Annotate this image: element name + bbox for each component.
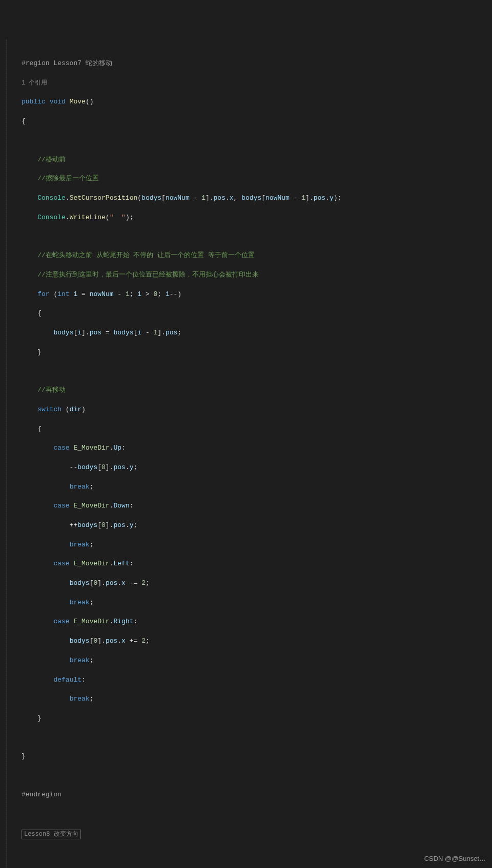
comment: //擦除最后一个位置 bbox=[37, 175, 99, 182]
keyword: break bbox=[70, 483, 90, 491]
property: pos bbox=[214, 194, 225, 202]
keyword: case bbox=[53, 444, 69, 452]
variable: bodys bbox=[141, 194, 161, 202]
enum-member: Down bbox=[113, 502, 129, 510]
method-call: WriteLine bbox=[70, 214, 106, 221]
enum-member: Right bbox=[113, 618, 133, 625]
keyword: switch bbox=[37, 406, 61, 413]
comment: //注意执行到这里时，最后一个位位置已经被擦除，不用担心会被打印出来 bbox=[37, 271, 259, 279]
string-literal: " " bbox=[110, 214, 126, 221]
property: y bbox=[130, 463, 134, 471]
keyword: for bbox=[37, 290, 49, 298]
keyword: int bbox=[57, 290, 69, 298]
type: Console bbox=[37, 214, 66, 221]
comment: //再移动 bbox=[37, 386, 66, 394]
keyword: void bbox=[50, 98, 66, 105]
keyword: public bbox=[22, 98, 46, 105]
comment: //移动前 bbox=[37, 156, 66, 163]
watermark: CSDN @@Sunset… bbox=[424, 854, 486, 864]
method-name: Move bbox=[70, 98, 86, 105]
code-editor[interactable]: #region Lesson7 蛇的移动 1 个引用 public void M… bbox=[6, 39, 492, 868]
indent-guide bbox=[6, 39, 14, 868]
variable: dir bbox=[70, 406, 81, 413]
enum-type: E_MoveDir bbox=[73, 560, 109, 567]
property: x bbox=[121, 579, 126, 587]
keyword: default bbox=[53, 676, 81, 684]
method-call: SetCursorPosition bbox=[70, 194, 138, 202]
variable: bodys bbox=[241, 194, 261, 202]
enum-type: E_MoveDir bbox=[73, 502, 109, 510]
variable: nowNum bbox=[265, 194, 290, 202]
region-directive: #region Lesson7 蛇的移动 bbox=[22, 59, 112, 67]
enum-type: E_MoveDir bbox=[73, 618, 109, 625]
endregion-directive: #endregion bbox=[22, 791, 61, 798]
enum-member: Up bbox=[113, 444, 121, 452]
enum-member: Left bbox=[113, 560, 129, 567]
type: Console bbox=[37, 194, 66, 202]
variable: i bbox=[73, 290, 77, 298]
comment: //在蛇头移动之前 从蛇尾开始 不停的 让后一个的位置 等于前一个位置 bbox=[37, 251, 255, 259]
folded-region[interactable]: Lesson8 改变方向 bbox=[22, 830, 81, 839]
variable: nowNum bbox=[166, 194, 190, 202]
codelens-ref[interactable]: 1 个引用 bbox=[22, 79, 47, 87]
enum-type: E_MoveDir bbox=[73, 444, 109, 452]
